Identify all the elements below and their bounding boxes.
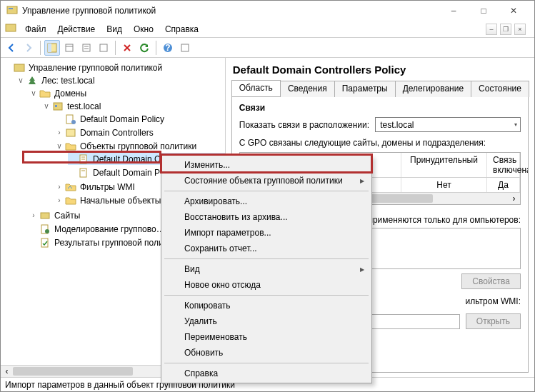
app-icon bbox=[6, 4, 18, 18]
title-bar: Управление групповой политикой – □ ✕ bbox=[1, 1, 534, 21]
svg-point-20 bbox=[71, 120, 76, 124]
tab-status[interactable]: Состояние bbox=[471, 81, 529, 97]
links-location-value: test.local bbox=[380, 120, 414, 130]
folder-icon bbox=[65, 141, 76, 152]
svg-rect-17 bbox=[54, 103, 62, 110]
mdi-close-icon[interactable]: × bbox=[514, 24, 526, 35]
ctx-copy[interactable]: Копировать bbox=[163, 298, 370, 313]
toolbar: ? bbox=[1, 38, 534, 58]
forward-button[interactable] bbox=[21, 40, 36, 56]
col-enforced[interactable]: Принудительный bbox=[401, 153, 487, 177]
tab-scope[interactable]: Область bbox=[231, 80, 281, 96]
tree-root[interactable]: Управление групповой политикой bbox=[4, 61, 225, 74]
domain-icon bbox=[52, 101, 64, 112]
ctx-refresh[interactable]: Обновить bbox=[163, 345, 370, 361]
svg-rect-10 bbox=[100, 44, 107, 51]
folder-icon bbox=[39, 88, 51, 99]
links-loc-label: Показать связи в расположении: bbox=[239, 120, 369, 130]
svg-rect-27 bbox=[41, 213, 49, 218]
minimize-button[interactable]: – bbox=[439, 1, 469, 21]
menu-view[interactable]: Вид bbox=[101, 22, 128, 36]
links-sub: С GPO связаны следующие сайты, домены и … bbox=[239, 138, 521, 148]
app-icon-small bbox=[5, 22, 16, 36]
svg-rect-15 bbox=[181, 44, 189, 51]
tab-details[interactable]: Сведения bbox=[280, 81, 335, 97]
ctx-rename[interactable]: Переименовать bbox=[163, 329, 370, 345]
help-button[interactable]: ? bbox=[160, 40, 176, 56]
menu-window[interactable]: Окно bbox=[128, 22, 159, 36]
delete-button[interactable] bbox=[119, 40, 135, 56]
ctx-help[interactable]: Справка bbox=[163, 366, 370, 381]
menu-action[interactable]: Действие bbox=[52, 22, 101, 36]
menu-help[interactable]: Справка bbox=[159, 22, 204, 36]
links-location-select[interactable]: test.local ▾ bbox=[375, 117, 521, 132]
ctx-new-window[interactable]: Новое окно отсюда bbox=[163, 277, 370, 293]
tab-settings[interactable]: Параметры bbox=[334, 81, 396, 97]
refresh-button[interactable] bbox=[136, 40, 152, 56]
gpo-link-icon bbox=[65, 114, 76, 125]
svg-text:?: ? bbox=[165, 43, 170, 53]
gpo-icon bbox=[78, 154, 89, 165]
tool-button-2[interactable] bbox=[79, 40, 94, 56]
chevron-down-icon: ▾ bbox=[514, 121, 517, 128]
gpo-icon bbox=[78, 167, 89, 179]
open-button[interactable]: Открыть bbox=[466, 313, 521, 329]
forest-icon bbox=[26, 75, 38, 86]
svg-rect-0 bbox=[7, 6, 17, 14]
ctx-delete[interactable]: Удалить bbox=[163, 313, 370, 329]
ctx-gpo-status[interactable]: Состояние объекта групповой политики bbox=[163, 173, 370, 189]
wmi-icon bbox=[65, 181, 76, 193]
tool-button-4[interactable] bbox=[177, 40, 193, 56]
ctx-save-report[interactable]: Сохранить отчет... bbox=[163, 241, 370, 256]
tree-domains[interactable]: v Домены bbox=[29, 87, 225, 99]
mdi-restore-icon[interactable]: ❐ bbox=[500, 24, 511, 35]
mdi-minimize-icon[interactable]: – bbox=[486, 24, 497, 35]
results-icon bbox=[39, 237, 51, 248]
tree-forest[interactable]: v Лес: test.local bbox=[16, 74, 225, 86]
svg-point-29 bbox=[45, 229, 49, 233]
svg-rect-25 bbox=[80, 169, 86, 177]
tab-delegation[interactable]: Делегирование bbox=[395, 81, 471, 97]
tool-button-1[interactable] bbox=[61, 40, 77, 56]
tree-domain[interactable]: v test.local bbox=[42, 100, 225, 112]
tabs: Область Сведения Параметры Делегирование… bbox=[231, 80, 529, 97]
folder-icon bbox=[65, 195, 76, 206]
svg-rect-2 bbox=[6, 24, 16, 31]
svg-rect-7 bbox=[83, 44, 90, 51]
svg-rect-5 bbox=[66, 44, 73, 51]
svg-rect-1 bbox=[9, 8, 13, 9]
tree-ddp[interactable]: Default Domain Policy bbox=[55, 113, 225, 125]
tool-button-3[interactable] bbox=[96, 40, 111, 56]
ou-icon bbox=[65, 127, 76, 139]
col-link[interactable]: Связь включена bbox=[487, 153, 520, 177]
svg-rect-16 bbox=[14, 64, 24, 71]
maximize-button[interactable]: □ bbox=[469, 1, 499, 21]
svg-rect-4 bbox=[48, 44, 51, 52]
scroll-left-icon[interactable]: ‹ bbox=[1, 366, 13, 377]
close-button[interactable]: ✕ bbox=[499, 1, 529, 21]
properties-button[interactable]: Свойства bbox=[461, 273, 521, 289]
scroll-right-icon[interactable]: › bbox=[508, 193, 520, 204]
gpmc-icon bbox=[14, 62, 25, 74]
ctx-view[interactable]: Вид bbox=[163, 261, 370, 277]
ctx-import[interactable]: Импорт параметров... bbox=[163, 225, 370, 241]
ctx-restore[interactable]: Восстановить из архива... bbox=[163, 209, 370, 225]
ctx-backup[interactable]: Архивировать... bbox=[163, 194, 370, 209]
show-tree-button[interactable] bbox=[44, 40, 60, 56]
svg-rect-21 bbox=[66, 129, 75, 136]
detail-title: Default Domain Controllers Policy bbox=[233, 64, 529, 76]
svg-rect-18 bbox=[55, 105, 57, 107]
sites-icon bbox=[39, 210, 51, 221]
tree-dc[interactable]: ›Domain Controllers bbox=[55, 126, 225, 139]
menu-bar: Файл Действие Вид Окно Справка – ❐ × bbox=[1, 21, 534, 38]
menu-file[interactable]: Файл bbox=[19, 22, 52, 36]
ctx-edit[interactable]: Изменить... bbox=[163, 157, 370, 173]
context-menu: Изменить... Состояние объекта групповой … bbox=[161, 155, 372, 383]
svg-rect-30 bbox=[41, 238, 48, 247]
back-button[interactable] bbox=[4, 40, 19, 56]
mdi-controls: – ❐ × bbox=[486, 24, 530, 35]
modeling-icon bbox=[39, 223, 51, 235]
links-header: Связи bbox=[239, 103, 521, 113]
tree-gpo-folder[interactable]: vОбъекты групповой политики bbox=[55, 140, 225, 152]
scroll-thumb[interactable] bbox=[13, 367, 133, 376]
